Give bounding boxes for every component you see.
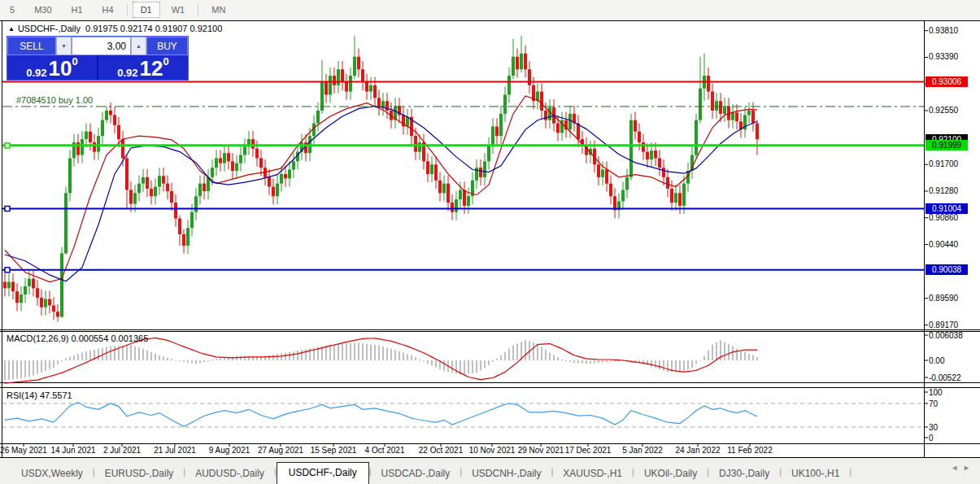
rsi-tick-label: 70 xyxy=(929,399,938,408)
rsi-pane-border-top[interactable] xyxy=(0,387,980,388)
timeframe-button-d1[interactable]: D1 xyxy=(133,2,160,18)
window-border-top xyxy=(0,20,980,21)
support-line-green[interactable] xyxy=(2,143,924,148)
rsi-tick-label: 0 xyxy=(929,434,934,443)
tab-scroll-arrows[interactable]: ◄► xyxy=(951,464,975,472)
buy-price-main: 0.92 xyxy=(117,67,137,79)
ma-red-line xyxy=(5,96,757,282)
chart-tab-bar: USDX,Weekly|EURUSD-,Daily|AUDUSD-,Daily|… xyxy=(0,458,980,484)
chevron-down-icon: ▼ xyxy=(61,43,67,49)
collapse-icon[interactable]: ▲ xyxy=(8,25,15,33)
tab-usdchf-daily[interactable]: USDCHF-,Daily xyxy=(277,462,369,484)
buy-price-point: 0 xyxy=(163,56,169,67)
trading-app-window: 5M30H1H4D1W1MN ▲USDCHF-,Daily 0.91975 0.… xyxy=(0,0,980,484)
price-tick-label: 0.92550 xyxy=(929,106,958,115)
symbol-label: USDCHF-,Daily xyxy=(18,24,81,33)
date-label: 5 Jan 2022 xyxy=(622,446,663,455)
date-label: 2 Jul 2021 xyxy=(103,446,141,455)
sell-button[interactable]: SELL xyxy=(7,37,56,55)
window-border-left xyxy=(2,20,2,457)
price-tick-label: 0.89590 xyxy=(929,294,958,303)
tab-usdcnh-daily[interactable]: USDCNH-,Daily xyxy=(462,464,551,484)
tab-uk100-h1[interactable]: UK100-,H1 xyxy=(782,464,849,484)
tab-usdx-weekly[interactable]: USDX,Weekly xyxy=(11,464,93,484)
sell-price-point: 0 xyxy=(72,56,78,67)
tab-xauusd-h1[interactable]: XAUUSD-,H1 xyxy=(553,464,632,484)
price-tick-label: 0.91280 xyxy=(929,186,958,195)
price-badge-0.90038: 0.90038 xyxy=(926,264,968,275)
date-label: 9 Aug 2021 xyxy=(209,446,250,455)
timeframe-button-5[interactable]: 5 xyxy=(2,2,23,18)
tab-eurusd-daily[interactable]: EURUSD-,Daily xyxy=(95,464,184,484)
sell-price-display[interactable]: 0.92 10 0 xyxy=(7,55,98,80)
ma-blue-line xyxy=(5,107,757,281)
timeframe-button-h1[interactable]: H1 xyxy=(63,2,91,18)
chevron-up-icon: ▲ xyxy=(136,43,142,49)
macd-tick-label: 0.006038 xyxy=(929,331,963,340)
date-label: 10 Nov 2021 xyxy=(469,446,516,455)
macd-series xyxy=(4,338,758,383)
date-label: 24 Jan 2022 xyxy=(675,446,720,455)
volume-decrease-button[interactable]: ▼ xyxy=(56,37,72,55)
macd-tick-label: 0.00 xyxy=(929,356,944,365)
timeframe-button-mn[interactable]: MN xyxy=(203,2,233,18)
rsi-label: RSI(14) 47.5571 xyxy=(7,390,72,400)
date-label: 11 Feb 2022 xyxy=(727,446,772,455)
support-line-blue-1[interactable] xyxy=(2,207,924,211)
tab-audusd-daily[interactable]: AUDUSD-,Daily xyxy=(185,464,274,484)
date-label: 29 Nov 2021 xyxy=(518,446,564,455)
date-label: 4 Oct 2021 xyxy=(365,446,405,455)
rsi-tick-label: 30 xyxy=(929,423,938,432)
pane-separator-1[interactable] xyxy=(0,329,980,330)
open-order-label: #7084510 buy 1.00 xyxy=(16,95,93,105)
date-label: 26 May 2021 xyxy=(0,446,47,455)
macd-pane-border-bottom xyxy=(0,382,980,383)
date-label: 27 Aug 2021 xyxy=(258,446,303,455)
scroll-right-icon[interactable]: ► xyxy=(963,464,975,472)
timeframe-toolbar: 5M30H1H4D1W1MN xyxy=(0,0,980,20)
price-tick-label: 0.90440 xyxy=(929,240,958,249)
one-click-trade-panel: SELL ▼ 3.00 ▲ BUY 0.92 10 0 0.92 12 0 xyxy=(7,36,189,81)
volume-input[interactable]: 3.00 xyxy=(72,37,131,55)
tab-usdcad-daily[interactable]: USDCAD-,Daily xyxy=(372,464,460,484)
sell-price-pips: 10 xyxy=(49,58,72,79)
date-label: 22 Oct 2021 xyxy=(419,446,463,455)
rsi-series xyxy=(2,403,924,427)
support-line-blue-2[interactable] xyxy=(2,268,924,273)
price-tick-label: 0.89170 xyxy=(929,320,958,329)
tab-separator: | xyxy=(849,467,852,480)
buy-price-pips: 12 xyxy=(140,58,163,79)
date-label: 21 Jul 2021 xyxy=(154,446,196,455)
macd-tick-label: -0.00522 xyxy=(929,373,960,382)
timeframe-button-m30[interactable]: M30 xyxy=(26,2,59,18)
date-label: 15 Sep 2021 xyxy=(311,446,357,455)
timeframe-button-w1[interactable]: W1 xyxy=(163,2,194,18)
price-badge-0.91999: 0.91999 xyxy=(926,140,968,150)
sell-price-main: 0.92 xyxy=(26,67,46,79)
scroll-left-icon[interactable]: ◄ xyxy=(951,464,963,472)
tab-dj30-daily[interactable]: DJ30-,Daily xyxy=(709,464,779,484)
toolbar-separator xyxy=(127,3,128,16)
date-label: 17 Dec 2021 xyxy=(565,446,612,455)
date-label: 14 Jun 2021 xyxy=(50,446,95,455)
chart-tabs: USDX,Weekly|EURUSD-,Daily|AUDUSD-,Daily|… xyxy=(11,463,852,484)
price-tick-label: 0.93810 xyxy=(929,26,958,35)
buy-button[interactable]: BUY xyxy=(146,37,188,55)
tab-ukoil-daily[interactable]: UKOil-,Daily xyxy=(634,464,707,484)
toolbar-separator xyxy=(198,3,198,16)
price-badge-0.91004: 0.91004 xyxy=(926,203,968,214)
volume-increase-button[interactable]: ▲ xyxy=(131,37,146,55)
macd-label: MACD(12,26,9) 0.000554 0.001365 xyxy=(7,334,148,343)
price-tick-label: 0.90860 xyxy=(929,213,958,222)
macd-pane-border-top xyxy=(0,331,980,332)
chart-title: ▲USDCHF-,Daily 0.91975 0.92174 0.91907 0… xyxy=(8,24,222,33)
rsi-pane-border-bottom xyxy=(0,443,980,444)
ohlc-values: 0.91975 0.92174 0.91907 0.92100 xyxy=(85,24,222,33)
timeframe-button-h4[interactable]: H4 xyxy=(94,2,122,18)
price-axis-separator xyxy=(924,20,925,457)
price-tick-label: 0.91700 xyxy=(929,159,958,168)
buy-price-display[interactable]: 0.92 12 0 xyxy=(98,55,188,80)
price-tick-label: 0.93390 xyxy=(929,52,958,61)
rsi-tick-label: 100 xyxy=(929,388,943,397)
price-badge-0.93006: 0.93006 xyxy=(926,76,968,87)
